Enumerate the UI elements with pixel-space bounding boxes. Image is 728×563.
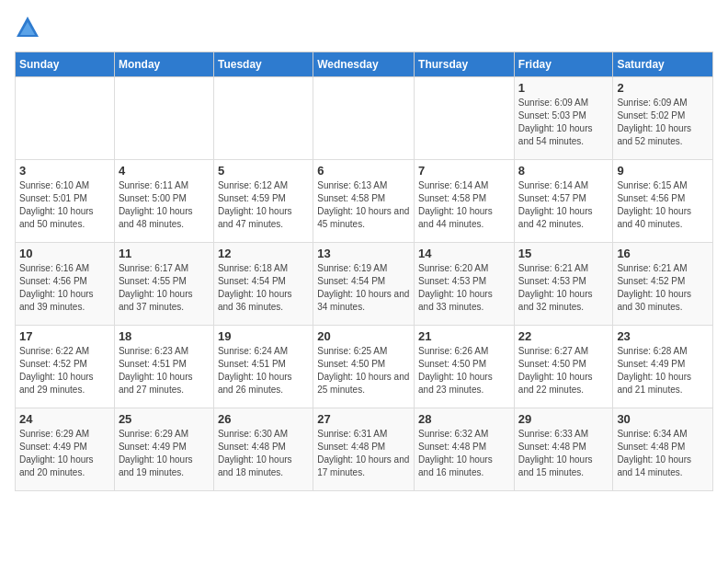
day-number: 5: [218, 164, 309, 178]
calendar-cell: [213, 77, 313, 160]
col-header-friday: Friday: [514, 52, 613, 77]
day-info: Sunrise: 6:20 AMSunset: 4:53 PMDaylight:…: [418, 262, 510, 314]
calendar-cell: 19Sunrise: 6:24 AMSunset: 4:51 PMDayligh…: [213, 326, 313, 408]
day-info: Sunrise: 6:28 AMSunset: 4:49 PMDaylight:…: [617, 345, 709, 396]
calendar-cell: 27Sunrise: 6:31 AMSunset: 4:48 PMDayligh…: [313, 408, 415, 491]
calendar-cell: 26Sunrise: 6:30 AMSunset: 4:48 PMDayligh…: [213, 408, 313, 491]
day-info: Sunrise: 6:18 AMSunset: 4:54 PMDaylight:…: [218, 262, 309, 314]
calendar-cell: 6Sunrise: 6:13 AMSunset: 4:58 PMDaylight…: [313, 160, 415, 243]
calendar-cell: 21Sunrise: 6:26 AMSunset: 4:50 PMDayligh…: [415, 326, 515, 408]
day-info: Sunrise: 6:30 AMSunset: 4:48 PMDaylight:…: [218, 428, 309, 479]
day-info: Sunrise: 6:29 AMSunset: 4:49 PMDaylight:…: [19, 428, 110, 479]
day-number: 3: [19, 164, 110, 178]
day-number: 14: [418, 247, 510, 260]
calendar-cell: 1Sunrise: 6:09 AMSunset: 5:03 PMDaylight…: [514, 77, 613, 160]
calendar-cell: [415, 77, 515, 160]
calendar-cell: [16, 77, 115, 160]
logo: [15, 15, 44, 40]
day-info: Sunrise: 6:25 AMSunset: 4:50 PMDaylight:…: [317, 345, 410, 396]
day-number: 28: [418, 412, 510, 426]
calendar-week-3: 10Sunrise: 6:16 AMSunset: 4:56 PMDayligh…: [16, 243, 713, 326]
day-info: Sunrise: 6:09 AMSunset: 5:02 PMDaylight:…: [617, 97, 709, 148]
calendar-cell: 4Sunrise: 6:11 AMSunset: 5:00 PMDaylight…: [114, 160, 213, 243]
day-number: 22: [518, 329, 609, 343]
day-number: 6: [317, 164, 410, 178]
calendar-cell: 3Sunrise: 6:10 AMSunset: 5:01 PMDaylight…: [16, 160, 115, 243]
day-number: 9: [617, 164, 709, 178]
day-info: Sunrise: 6:22 AMSunset: 4:52 PMDaylight:…: [19, 345, 110, 396]
day-number: 16: [617, 247, 709, 260]
calendar-week-2: 3Sunrise: 6:10 AMSunset: 5:01 PMDaylight…: [16, 160, 713, 243]
calendar-cell: 5Sunrise: 6:12 AMSunset: 4:59 PMDaylight…: [213, 160, 313, 243]
day-number: 15: [518, 247, 609, 260]
calendar-cell: 28Sunrise: 6:32 AMSunset: 4:48 PMDayligh…: [415, 408, 515, 491]
day-number: 12: [218, 247, 309, 260]
logo-icon: [15, 15, 40, 40]
day-number: 18: [119, 329, 210, 343]
page-header: [15, 15, 713, 40]
day-number: 25: [119, 412, 210, 426]
calendar-cell: 15Sunrise: 6:21 AMSunset: 4:53 PMDayligh…: [514, 243, 613, 326]
day-info: Sunrise: 6:15 AMSunset: 4:56 PMDaylight:…: [617, 179, 709, 231]
day-info: Sunrise: 6:29 AMSunset: 4:49 PMDaylight:…: [119, 428, 210, 479]
day-info: Sunrise: 6:09 AMSunset: 5:03 PMDaylight:…: [518, 97, 609, 148]
calendar-cell: 8Sunrise: 6:14 AMSunset: 4:57 PMDaylight…: [514, 160, 613, 243]
calendar-cell: 13Sunrise: 6:19 AMSunset: 4:54 PMDayligh…: [313, 243, 415, 326]
day-number: 30: [617, 412, 709, 426]
day-number: 11: [119, 247, 210, 260]
calendar-cell: 16Sunrise: 6:21 AMSunset: 4:52 PMDayligh…: [613, 243, 713, 326]
calendar-cell: 7Sunrise: 6:14 AMSunset: 4:58 PMDaylight…: [415, 160, 515, 243]
day-info: Sunrise: 6:13 AMSunset: 4:58 PMDaylight:…: [317, 179, 410, 231]
day-number: 17: [19, 329, 110, 343]
calendar-cell: 25Sunrise: 6:29 AMSunset: 4:49 PMDayligh…: [114, 408, 213, 491]
day-info: Sunrise: 6:21 AMSunset: 4:53 PMDaylight:…: [518, 262, 609, 314]
calendar-cell: 10Sunrise: 6:16 AMSunset: 4:56 PMDayligh…: [16, 243, 115, 326]
col-header-thursday: Thursday: [415, 52, 515, 77]
calendar-cell: 23Sunrise: 6:28 AMSunset: 4:49 PMDayligh…: [613, 326, 713, 408]
day-number: 24: [19, 412, 110, 426]
day-number: 20: [317, 329, 410, 343]
day-info: Sunrise: 6:27 AMSunset: 4:50 PMDaylight:…: [518, 345, 609, 396]
calendar-week-4: 17Sunrise: 6:22 AMSunset: 4:52 PMDayligh…: [16, 326, 713, 408]
day-number: 21: [418, 329, 510, 343]
day-info: Sunrise: 6:16 AMSunset: 4:56 PMDaylight:…: [19, 262, 110, 314]
day-info: Sunrise: 6:34 AMSunset: 4:48 PMDaylight:…: [617, 428, 709, 479]
calendar-cell: 20Sunrise: 6:25 AMSunset: 4:50 PMDayligh…: [313, 326, 415, 408]
calendar-cell: 11Sunrise: 6:17 AMSunset: 4:55 PMDayligh…: [114, 243, 213, 326]
day-info: Sunrise: 6:11 AMSunset: 5:00 PMDaylight:…: [119, 179, 210, 231]
day-number: 23: [617, 329, 709, 343]
day-info: Sunrise: 6:19 AMSunset: 4:54 PMDaylight:…: [317, 262, 410, 314]
col-header-saturday: Saturday: [613, 52, 713, 77]
header-row: SundayMondayTuesdayWednesdayThursdayFrid…: [16, 52, 713, 77]
day-info: Sunrise: 6:21 AMSunset: 4:52 PMDaylight:…: [617, 262, 709, 314]
calendar-cell: 14Sunrise: 6:20 AMSunset: 4:53 PMDayligh…: [415, 243, 515, 326]
calendar-cell: 2Sunrise: 6:09 AMSunset: 5:02 PMDaylight…: [613, 77, 713, 160]
day-info: Sunrise: 6:17 AMSunset: 4:55 PMDaylight:…: [119, 262, 210, 314]
day-number: 8: [518, 164, 609, 178]
day-number: 4: [119, 164, 210, 178]
day-number: 1: [518, 81, 609, 95]
day-number: 19: [218, 329, 309, 343]
day-info: Sunrise: 6:33 AMSunset: 4:48 PMDaylight:…: [518, 428, 609, 479]
calendar-cell: [114, 77, 213, 160]
col-header-monday: Monday: [114, 52, 213, 77]
calendar-table: SundayMondayTuesdayWednesdayThursdayFrid…: [15, 52, 713, 491]
calendar-cell: [313, 77, 415, 160]
day-info: Sunrise: 6:24 AMSunset: 4:51 PMDaylight:…: [218, 345, 309, 396]
col-header-wednesday: Wednesday: [313, 52, 415, 77]
calendar-week-1: 1Sunrise: 6:09 AMSunset: 5:03 PMDaylight…: [16, 77, 713, 160]
day-number: 29: [518, 412, 609, 426]
calendar-week-5: 24Sunrise: 6:29 AMSunset: 4:49 PMDayligh…: [16, 408, 713, 491]
day-number: 26: [218, 412, 309, 426]
calendar-cell: 9Sunrise: 6:15 AMSunset: 4:56 PMDaylight…: [613, 160, 713, 243]
calendar-cell: 17Sunrise: 6:22 AMSunset: 4:52 PMDayligh…: [16, 326, 115, 408]
day-info: Sunrise: 6:12 AMSunset: 4:59 PMDaylight:…: [218, 179, 309, 231]
calendar-cell: 29Sunrise: 6:33 AMSunset: 4:48 PMDayligh…: [514, 408, 613, 491]
calendar-cell: 24Sunrise: 6:29 AMSunset: 4:49 PMDayligh…: [16, 408, 115, 491]
calendar-cell: 12Sunrise: 6:18 AMSunset: 4:54 PMDayligh…: [213, 243, 313, 326]
day-info: Sunrise: 6:10 AMSunset: 5:01 PMDaylight:…: [19, 179, 110, 231]
day-number: 10: [19, 247, 110, 260]
day-info: Sunrise: 6:23 AMSunset: 4:51 PMDaylight:…: [119, 345, 210, 396]
day-info: Sunrise: 6:14 AMSunset: 4:57 PMDaylight:…: [518, 179, 609, 231]
day-info: Sunrise: 6:26 AMSunset: 4:50 PMDaylight:…: [418, 345, 510, 396]
